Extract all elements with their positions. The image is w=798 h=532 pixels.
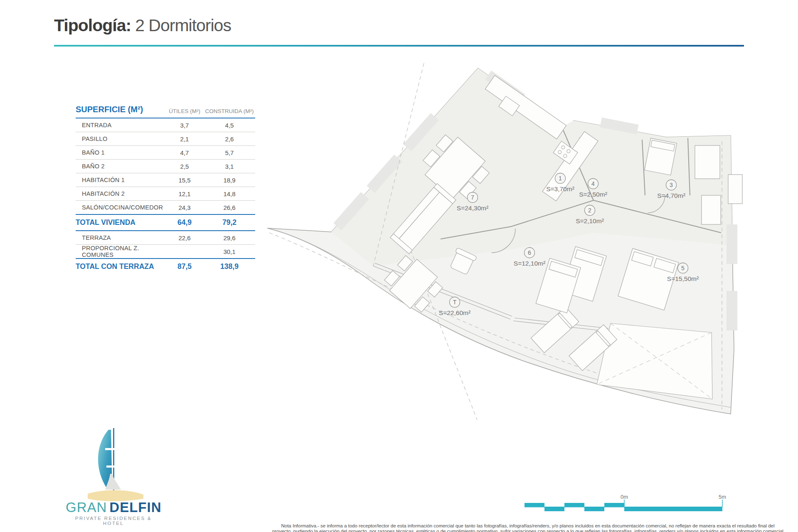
sink-icon xyxy=(499,96,520,116)
kitchen-counter-leg xyxy=(542,131,598,201)
row-construida-value: 30,1 xyxy=(204,248,255,255)
room-number-circle xyxy=(525,248,535,258)
plan-interior-zone xyxy=(331,68,732,266)
scale-five-label: 5m xyxy=(719,495,726,500)
row-construida-value: 14,8 xyxy=(204,190,255,197)
surface-table-body: ENTRADA3,74,5PASILLO2,12,6BAÑO 14,75,7BA… xyxy=(76,118,255,274)
scale-bar: 0m 5m xyxy=(525,495,730,515)
room-area-text: S=24,30m² xyxy=(457,204,488,212)
surface-table: SUPERFICIE (M²) ÚTILES (M²) CONSTRUIDA (… xyxy=(76,105,255,274)
row-label: HABITACIÓN 2 xyxy=(76,190,165,197)
table-row: BAÑO 22,53,1 xyxy=(76,159,255,173)
row-construida-value: 29,6 xyxy=(204,234,255,241)
hob-icon xyxy=(553,141,578,164)
room-number: 1 xyxy=(559,175,562,182)
armchair xyxy=(448,248,477,276)
room-number-circle xyxy=(678,263,688,273)
row-utiles-value: 2,5 xyxy=(165,163,204,170)
column-header-construida: CONSTRUIDA (M²) xyxy=(204,108,255,114)
row-construida-value: 5,7 xyxy=(204,149,255,156)
row-label: TERRAZA xyxy=(76,234,165,241)
surface-table-header: SUPERFICIE (M²) ÚTILES (M²) CONSTRUIDA (… xyxy=(76,105,255,118)
row-construida-value: 2,6 xyxy=(204,135,255,143)
uncovered-area-rect xyxy=(597,323,712,399)
table-row: TOTAL CON TERRAZA87,5138,9 xyxy=(76,258,255,274)
table-row: PASILLO2,12,6 xyxy=(76,132,255,145)
room-area-text: S=3,70m² xyxy=(546,185,574,192)
row-utiles-value: 24,3 xyxy=(165,204,204,211)
brand-name-delfin: DELFIN xyxy=(109,500,161,515)
kitchen-counter xyxy=(485,75,566,139)
room-number-circle xyxy=(588,179,598,189)
room-label: 2S=2,10m² xyxy=(576,205,604,225)
row-construida-value: 18,9 xyxy=(204,177,255,184)
title-underline xyxy=(54,45,744,47)
balcony-element xyxy=(728,175,742,204)
room-area-text: S=15,50m² xyxy=(667,275,699,282)
room-number: 4 xyxy=(591,180,595,187)
bed-small xyxy=(645,138,677,175)
table-row: SALÓN/COCINA/COMEDOR24,326,6 xyxy=(76,200,255,214)
room-number-circle xyxy=(585,205,595,216)
table-row: HABITACIÓN 212,114,8 xyxy=(76,187,255,200)
row-construida-value: 3,1 xyxy=(204,163,255,170)
row-utiles-value: 3,7 xyxy=(165,122,204,129)
sun-lounger xyxy=(569,325,617,371)
room-label: 1S=3,70m² xyxy=(546,173,574,193)
row-construida-value: 138,9 xyxy=(204,262,255,271)
bed-single xyxy=(562,246,606,301)
row-construida-value: 79,2 xyxy=(204,218,255,227)
row-utiles-value: 64,9 xyxy=(165,218,204,227)
table-row: TOTAL VIVIENDA64,979,2 xyxy=(76,214,255,230)
row-label: BAÑO 2 xyxy=(76,163,165,170)
room-number-circle xyxy=(555,173,566,184)
uncovered-area-x xyxy=(597,323,712,399)
row-label: TOTAL VIVIENDA xyxy=(76,218,165,227)
door-arcs xyxy=(491,137,665,253)
closet xyxy=(695,145,720,179)
window-lines xyxy=(373,263,608,331)
row-utiles-value: 4,7 xyxy=(165,149,204,156)
terrace-table xyxy=(382,252,446,316)
bed-double xyxy=(618,249,679,310)
sail-tower-icon xyxy=(68,427,159,501)
table-row: ENTRADA3,74,5 xyxy=(76,118,255,132)
row-utiles-value: 87,5 xyxy=(165,262,204,271)
column-header-utiles: ÚTILES (M²) xyxy=(165,108,204,114)
row-utiles-value: 22,6 xyxy=(165,234,204,241)
scale-bar-ticks xyxy=(624,500,722,507)
room-label: 6S=12,10m² xyxy=(514,248,545,267)
row-utiles-value: 2,1 xyxy=(165,135,204,143)
room-number: T xyxy=(453,299,457,305)
room-number: 7 xyxy=(471,194,474,201)
room-number: 2 xyxy=(588,207,591,214)
room-label: 3S=4,70m² xyxy=(657,180,685,200)
room-area-text: S=12,10m² xyxy=(514,260,545,267)
dining-table xyxy=(417,130,493,206)
room-area-text: S=2,50m² xyxy=(579,191,607,198)
scale-zero-label: 0m xyxy=(621,495,628,500)
room-number: 5 xyxy=(681,265,685,271)
closet xyxy=(702,195,721,224)
brand-wordmark: GRANDELFIN xyxy=(66,501,161,514)
room-label: TS=22,60m² xyxy=(439,297,470,317)
page-title-value: 2 Dormitorios xyxy=(135,16,231,35)
room-label: 4S=2,50m² xyxy=(579,179,607,198)
footer-line-2: proyecto, pudiendo la ejecución del proy… xyxy=(258,529,798,532)
room-number: 3 xyxy=(670,182,673,188)
room-number-circle xyxy=(468,192,478,203)
wall-hatches xyxy=(333,71,737,330)
page-title-label: Tipología: xyxy=(54,16,131,35)
room-number-circle xyxy=(666,180,677,190)
room-area-text: S=2,10m² xyxy=(576,217,604,224)
room-number-circle xyxy=(450,297,460,308)
row-label: BAÑO 1 xyxy=(76,149,165,156)
footer-line-1: Nota Informativa.- se informa a todo rec… xyxy=(258,523,798,529)
row-construida-value: 26,6 xyxy=(204,204,255,211)
terrace-railing-line xyxy=(274,230,731,407)
footer-note: Nota Informativa.- se informa a todo rec… xyxy=(258,523,798,532)
row-label: TOTAL CON TERRAZA xyxy=(76,262,165,271)
room-label: 7S=24,30m² xyxy=(457,192,488,212)
brand-logo: GRANDELFIN PRIVATE RESIDENCES & HOTEL xyxy=(66,427,161,526)
surface-table-title: SUPERFICIE (M²) xyxy=(76,105,165,114)
